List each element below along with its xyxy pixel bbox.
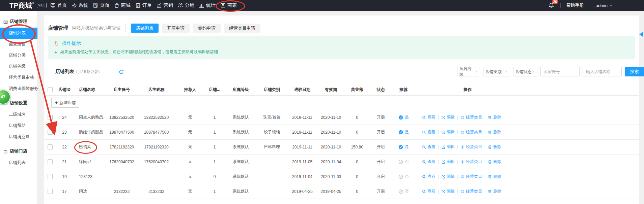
table-cell: 23 — [56, 130, 73, 135]
refresh-button[interactable] — [119, 69, 124, 74]
nav-item-marketing[interactable]: 营销 — [154, 0, 175, 11]
op-divider — [457, 115, 458, 120]
table-cell: 0 — [344, 115, 370, 120]
delete-link[interactable]: 删除 — [488, 174, 501, 179]
shop-name: 徐氏记 — [79, 159, 91, 165]
table-cell: 徐氏记 — [73, 159, 107, 165]
delete-link[interactable]: 删除 — [488, 159, 501, 165]
view-link[interactable]: 查看 — [422, 129, 436, 135]
sidebar-item-shop-list[interactable]: 店铺列表 — [0, 28, 37, 39]
tab-shop-list[interactable]: 店铺列表 — [131, 24, 159, 33]
op-label: 编辑 — [447, 129, 455, 135]
table-cell: 2132232 — [107, 189, 137, 194]
status-filter-select[interactable]: 店铺状态▼ — [513, 67, 537, 76]
edit-icon — [441, 130, 445, 134]
nav-item-merchant[interactable]: 商家 — [218, 0, 239, 11]
view-link[interactable]: 查看 — [422, 189, 436, 194]
table-cell: 21 — [56, 160, 73, 164]
edit-link[interactable]: 编辑 — [441, 174, 455, 179]
table-cell: 2020-11-10 — [317, 115, 344, 120]
table-header-cell: 店主账号 — [107, 87, 137, 93]
row-checkbox[interactable] — [48, 189, 53, 194]
delete-link[interactable]: 删除 — [488, 129, 501, 135]
category-link[interactable]: 经营类目 — [460, 189, 482, 194]
nav-item-system[interactable]: 系统 — [69, 0, 90, 11]
row-checkbox[interactable] — [48, 115, 53, 120]
chevron-down-icon: ▼ — [505, 70, 508, 73]
sidebar-item-shop-satisfaction[interactable]: 店铺满意度 — [0, 131, 37, 142]
edit-link[interactable]: 编辑 — [441, 144, 455, 150]
delete-link[interactable]: 删除 — [488, 189, 501, 194]
search-button[interactable]: 搜索 — [625, 67, 644, 76]
view-link[interactable]: 查看 — [422, 174, 436, 179]
sidebar-item-shop-management[interactable]: 店铺管理 — [0, 15, 37, 28]
category-link[interactable]: 经营类目 — [460, 114, 482, 120]
table-cell: 开启 — [370, 189, 392, 194]
nav-item-home[interactable]: 首页 — [48, 0, 69, 11]
category-link[interactable]: 经营类目 — [460, 129, 482, 135]
view-link[interactable]: 查看 — [422, 159, 436, 165]
nav-item-distribution[interactable]: 分销 — [175, 0, 197, 11]
edit-link[interactable]: 编辑 — [441, 159, 455, 165]
table-cell: 2019-04-25 — [287, 189, 317, 194]
category-link[interactable]: 经营类目 — [460, 174, 482, 179]
select-value: 店铺类别 — [485, 69, 502, 75]
view-link[interactable]: 查看 — [422, 144, 436, 150]
table-cell: 查看编辑经营类目删除 — [415, 144, 520, 150]
nav-item-label: 订单 — [142, 2, 152, 8]
row-checkbox[interactable] — [48, 144, 53, 149]
level-filter-select[interactable]: 所属等级▼ — [457, 67, 480, 76]
select-all-checkbox[interactable] — [48, 87, 53, 92]
add-shop-button[interactable]: + 新增店铺 — [51, 98, 79, 108]
sidebar-item-shop-list-2[interactable]: 店铺列表 — [0, 157, 37, 168]
nav-item-order[interactable]: 订单 — [133, 0, 154, 11]
sidebar-item-shop-levels[interactable]: 店铺等级 — [0, 61, 37, 72]
tab-category-apply[interactable]: 经营类目申请 — [224, 24, 260, 33]
sidebar-item-category-audit[interactable]: 经营类目审核 — [0, 72, 37, 83]
table-cell: 开启 — [370, 159, 392, 165]
notifications-button[interactable]: 26 — [548, 2, 555, 9]
nav-item-page[interactable]: 页面 — [90, 0, 112, 11]
add-shop-label: 新增店铺 — [59, 100, 76, 106]
edit-link[interactable]: 编辑 — [441, 189, 455, 194]
table-cell: 无 — [176, 144, 204, 150]
panel-collapse-icon[interactable] — [639, 32, 643, 37]
row-checkbox[interactable] — [48, 174, 53, 179]
category-link[interactable]: 经营类目 — [460, 144, 482, 150]
sidebar-item-shop-help[interactable]: 店铺帮助 — [0, 120, 37, 131]
page-header: 店铺管理 网站系统店铺索引与管理 店铺列表开店申请签约申请经营类目申请 — [44, 15, 639, 33]
edit-link[interactable]: 编辑 — [441, 114, 455, 120]
sidebar-item-subdomain[interactable]: 二级域名 — [0, 109, 37, 120]
tab-sign-apply[interactable]: 签约申请 — [193, 24, 221, 33]
user-menu[interactable]: admin ▼ — [596, 3, 612, 8]
table-cell: 阿达 — [73, 189, 107, 194]
category-link[interactable]: 经营类目 — [460, 159, 482, 165]
delete-link[interactable]: 删除 — [488, 144, 501, 150]
nav-item-stats[interactable]: 统计 — [197, 0, 218, 11]
sidebar-item-shop-categories[interactable]: 店铺分类 — [0, 50, 37, 61]
floating-badge-count: 47 — [1, 95, 5, 99]
nav-item-mall[interactable]: 商城 — [112, 0, 133, 11]
tab-open-apply[interactable]: 开店申请 — [162, 24, 190, 33]
help-manual-link[interactable]: 帮助手册 — [566, 2, 584, 8]
list-title: 店铺列表 — [55, 69, 74, 75]
plus-icon: + — [55, 100, 58, 105]
sidebar-item-self-shops[interactable]: 自营店铺 — [0, 39, 37, 50]
edit-link[interactable]: 编辑 — [441, 129, 455, 135]
row-checkbox[interactable] — [48, 130, 53, 135]
seller-account-input[interactable] — [540, 67, 580, 76]
table-action-band: + 新增店铺 — [44, 96, 639, 110]
table-cell: 无 — [176, 114, 204, 120]
shop-name-input[interactable] — [583, 67, 622, 76]
page-subtitle: 网站系统店铺索引与管理 — [72, 25, 120, 31]
sidebar-item-shop-stores[interactable]: 店铺门店 — [0, 145, 37, 157]
table-cell — [44, 159, 56, 164]
category-filter-select[interactable]: 店铺类别▼ — [483, 67, 510, 76]
table-header-cell: 店铺类别 — [257, 87, 287, 93]
view-link[interactable]: 查看 — [422, 114, 436, 120]
delete-link[interactable]: 删除 — [488, 114, 501, 120]
table-cell: 是 — [392, 129, 415, 135]
nav-item-label: 商城 — [121, 2, 131, 8]
row-checkbox[interactable] — [48, 159, 53, 164]
table-header-cell: 推荐 — [392, 87, 415, 93]
